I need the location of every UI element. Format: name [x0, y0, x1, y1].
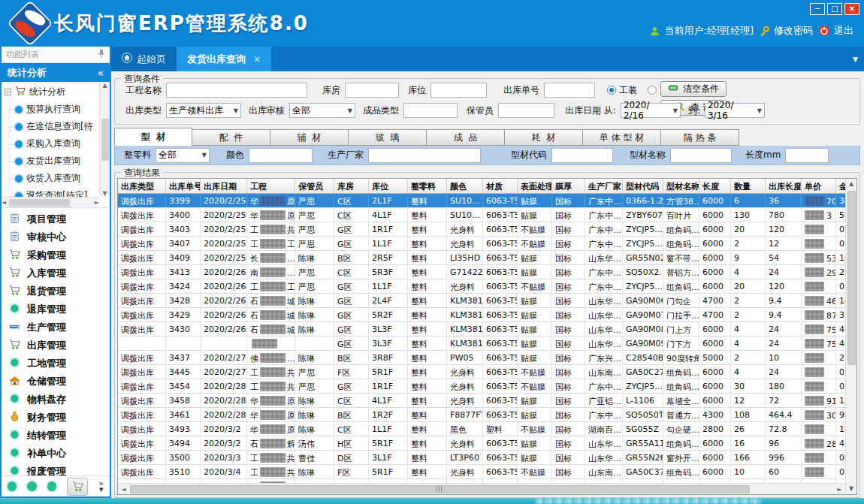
vscroll-thumb[interactable]	[847, 191, 856, 365]
table-row[interactable]: 调拨出库34372020/2/27佛…陈琳B区3R8F整料PW056063-T5…	[118, 351, 845, 365]
collapse-icon[interactable]: «	[97, 67, 104, 79]
profile-name-input[interactable]	[670, 148, 732, 163]
column-header-8[interactable]: 整零料	[408, 179, 447, 193]
table-row[interactable]: 调拨出库33992020/2/25华原…严思C区2L1F整料SU10…6063-…	[118, 194, 845, 208]
table-row[interactable]: 调拨出库34942020/3/2石辉城汤伟H区5R1F整料光身料6063-T5贴…	[118, 436, 845, 451]
more-sections-button[interactable]: »▾	[98, 481, 104, 493]
table-row[interactable]: G区3L3F整料KLM38176063-T5贴膜国标山东华…GA90M09.门下…	[118, 337, 845, 351]
table-row[interactable]: 调拨出库34092020/2/25长…陈琳B区2R5F整料LI35HD6063-…	[118, 251, 845, 265]
column-header-5[interactable]: 保管员	[295, 179, 334, 193]
tree-vscroll-thumb[interactable]	[101, 119, 109, 161]
column-header-4[interactable]: 工程	[247, 179, 295, 193]
maximize-button[interactable]: □	[827, 3, 842, 15]
column-header-14[interactable]: 型材代码	[623, 179, 663, 193]
table-row[interactable]: 调拨出库34582020/2/28华原…陈琳C区4L1F整料光身料6063-T5…	[118, 394, 845, 408]
table-row[interactable]: 调拨出库34542020/2/28工共工程严思G区1R1F整料光身料6063-T…	[118, 379, 845, 394]
radio-workwear[interactable]: 工装	[607, 84, 637, 97]
tree-collapse-box[interactable]: −	[5, 89, 11, 95]
cart-shortcut-button[interactable]	[67, 478, 88, 496]
sidebar-item-8[interactable]: 出库管理	[2, 337, 110, 355]
scroll-right-icon[interactable]: ►	[95, 199, 99, 206]
sidebar-item-3[interactable]: 采购管理	[2, 246, 110, 264]
audit-select[interactable]: 全部▼	[289, 103, 355, 118]
table-row[interactable]: 调拨出库35002020/3/3工共工程曹佳D区3L1F整料LT3P606063…	[118, 451, 845, 465]
tree-item-3[interactable]: 采购入库查询	[2, 135, 99, 152]
clear-conditions-button[interactable]: 清空条件	[660, 81, 727, 97]
length-input[interactable]	[785, 148, 829, 163]
column-header-11[interactable]: 表面处理	[518, 179, 552, 193]
profile-code-input[interactable]	[551, 148, 613, 163]
table-row[interactable]: 调拨出库34242020/2/26工工程严思G区1L1F整料光身料6063-T5…	[118, 279, 845, 294]
tab-close-icon[interactable]: ×	[253, 54, 261, 65]
logout-button[interactable]: 退出	[818, 24, 853, 38]
material-tab-1[interactable]: 型 材	[114, 128, 192, 146]
color-input[interactable]	[249, 148, 313, 163]
sidebar-item-13[interactable]: 结转管理	[2, 427, 110, 445]
tree-item-6[interactable]: 退货查询[待定]	[2, 187, 99, 197]
column-header-6[interactable]: 库房	[334, 179, 369, 193]
material-tab-3[interactable]: 辅 材	[270, 129, 349, 146]
dot-icon[interactable]	[8, 481, 17, 491]
material-tab-6[interactable]: 耗 材	[505, 129, 583, 146]
keeper-input[interactable]	[498, 103, 554, 118]
material-tab-7[interactable]: 单 体 型 材	[583, 129, 661, 146]
scroll-left-icon[interactable]: ◄	[2, 199, 6, 206]
sidebar-item-7[interactable]: 生产管理	[2, 318, 110, 337]
out-type-select[interactable]: 生产领料出库▼	[166, 103, 241, 118]
sidebar-item-11[interactable]: 物料盘存	[2, 391, 110, 409]
table-row[interactable]: 调拨出库34132020/2/26南…严思C区5R3F整料G714226063-…	[118, 265, 845, 279]
sidebar-item-2[interactable]: 审核中心	[2, 228, 110, 246]
table-row[interactable]: 调拨出库34302020/2/26石城陈琳G区3L3F整料KLM38176063…	[118, 322, 845, 337]
date-from-picker[interactable]: 2020/ 2/16▼	[621, 103, 681, 118]
material-tab-4[interactable]: 玻 璃	[349, 129, 427, 146]
chevron-down-icon[interactable]: ▼	[853, 56, 858, 63]
column-header-13[interactable]: 生产厂家	[585, 179, 623, 193]
order-no-input[interactable]	[544, 83, 595, 98]
table-row[interactable]: 调拨出库34002020/2/25华原…严思C区4L1F整料SU10…6063-…	[118, 208, 845, 222]
horizontal-scrollbar[interactable]: ◄ ►	[118, 483, 845, 494]
change-password-button[interactable]: 修改密码	[759, 24, 813, 38]
table-row[interactable]: 调拨出库35102020/3/4工共工程陈琳F区5R1F整料光身料6063-T5…	[118, 465, 845, 479]
column-header-7[interactable]: 库位	[369, 179, 408, 193]
scroll-down-icon[interactable]: ▼	[846, 484, 856, 494]
tab-home[interactable]: 起始页	[111, 47, 177, 71]
minimize-button[interactable]: ─	[810, 3, 825, 15]
project-name-input[interactable]	[166, 83, 307, 98]
sidebar-item-15[interactable]: 报废管理	[2, 463, 110, 475]
tree-item-2[interactable]: 在途信息查询[待	[2, 118, 99, 135]
column-header-2[interactable]: 出库单号	[166, 179, 201, 193]
tree-item-5[interactable]: 收货入库查询	[2, 170, 99, 187]
column-header-20[interactable]: 金	[836, 179, 845, 193]
material-tab-2[interactable]: 配 件	[192, 129, 270, 146]
column-header-9[interactable]: 颜色	[447, 179, 483, 193]
table-row[interactable]: 调拨出库34452020/2/27工共工程严思F区5R1F整料光身料6063-T…	[118, 365, 845, 379]
table-row[interactable]: 调拨出库34932020/3/2华原…陈琳C区1L1F整料黑色塑料不贴膜国标湖南…	[118, 422, 845, 436]
column-header-15[interactable]: 型材名称	[663, 179, 699, 193]
material-tab-8[interactable]: 隔 热 条	[661, 129, 739, 146]
maker-input[interactable]	[368, 148, 481, 163]
column-header-17[interactable]: 数量	[731, 179, 766, 193]
section-header-stats[interactable]: 统计分析 «	[2, 63, 110, 82]
sidebar-item-10[interactable]: 仓储管理	[2, 373, 110, 391]
whole-part-select[interactable]: 全部▼	[156, 148, 210, 163]
scroll-right-icon[interactable]: ►	[834, 486, 845, 493]
column-header-10[interactable]: 材质	[483, 179, 518, 193]
sidebar-item-12[interactable]: 财务管理	[2, 409, 110, 427]
column-header-18[interactable]: 出库长度	[766, 179, 802, 193]
sidebar-item-14[interactable]: 补单中心	[2, 445, 110, 463]
column-header-12[interactable]: 膜厚	[552, 179, 585, 193]
scroll-up-icon[interactable]: ▲	[846, 179, 856, 189]
sidebar-item-6[interactable]: 退库管理	[2, 300, 110, 318]
material-tab-5[interactable]: 成 品	[427, 129, 505, 146]
dot-icon[interactable]	[27, 481, 36, 491]
scroll-down-icon[interactable]: ▼	[102, 190, 107, 197]
tab-shipment-outbound-query[interactable]: 发货出库查询 ×	[177, 47, 271, 71]
column-header-16[interactable]: 长度	[699, 179, 731, 193]
product-type-input[interactable]	[403, 103, 458, 118]
pin-icon[interactable]	[98, 49, 105, 60]
tree-item-4[interactable]: 发货出库查询	[2, 152, 99, 170]
table-row[interactable]: 调拨出库34282020/2/26石城陈琳G区2L4F整料KLM38176063…	[118, 294, 845, 308]
close-button[interactable]: ×	[844, 3, 859, 15]
sidebar-item-4[interactable]: 入库管理	[2, 264, 110, 282]
table-row[interactable]: 调拨出库34292020/2/26石城陈琳G区5R2F整料KLM38176063…	[118, 308, 845, 322]
